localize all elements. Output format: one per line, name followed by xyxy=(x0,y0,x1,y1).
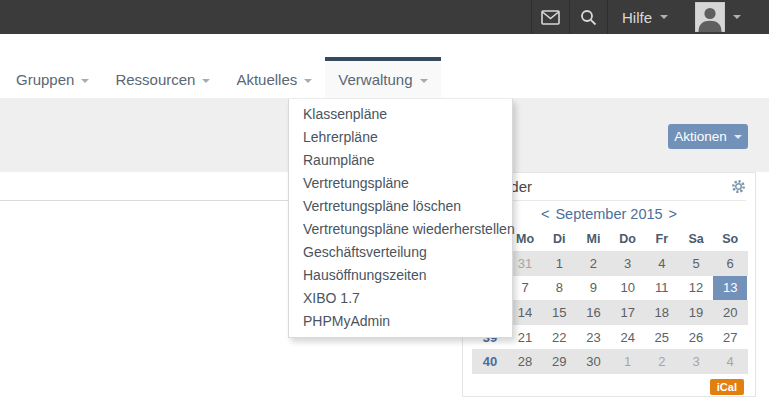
day-cell[interactable]: 30 xyxy=(576,349,610,374)
day-cell[interactable]: 12 xyxy=(679,276,713,301)
menu-item-phpmyadmin[interactable]: PHPMyAdmin xyxy=(289,310,512,333)
chevron-down-icon xyxy=(202,79,210,83)
day-cell[interactable]: 25 xyxy=(645,325,679,350)
help-menu[interactable]: Hilfe xyxy=(607,0,682,34)
calendar-header: Kalender xyxy=(472,173,746,201)
nav-item-ressourcen[interactable]: Ressourcen xyxy=(102,57,223,98)
day-cell[interactable]: 16 xyxy=(576,300,610,325)
user-menu[interactable] xyxy=(682,0,741,34)
day-cell[interactable]: 2 xyxy=(645,349,679,374)
day-cell[interactable]: 17 xyxy=(611,300,645,325)
calendar-week-row: 3814151617181920 xyxy=(472,300,748,325)
menu-item-raumpl-ne[interactable]: Raumpläne xyxy=(289,149,512,172)
day-cell[interactable]: 21 xyxy=(508,325,542,350)
search-button[interactable] xyxy=(569,0,607,34)
mail-button[interactable] xyxy=(531,0,569,34)
nav-item-label: Ressourcen xyxy=(115,71,195,88)
chevron-down-icon xyxy=(734,135,742,139)
day-cell[interactable]: 1 xyxy=(611,349,645,374)
day-cell[interactable]: 4 xyxy=(713,349,747,374)
day-cell[interactable]: 15 xyxy=(542,300,576,325)
day-cell[interactable]: 11 xyxy=(645,276,679,301)
chevron-down-icon xyxy=(81,79,89,83)
day-cell[interactable]: 8 xyxy=(542,276,576,301)
week-number: 40 xyxy=(472,349,508,374)
help-label: Hilfe xyxy=(622,9,652,26)
weekday-label: Do xyxy=(611,227,645,251)
menu-item-vertretungspl-ne-wiederherstellen[interactable]: Vertretungspläne wiederherstellen xyxy=(289,218,512,241)
nav-item-verwaltung[interactable]: Verwaltung xyxy=(325,57,440,98)
day-cell[interactable]: 10 xyxy=(611,276,645,301)
calendar-week-row: 3778910111213 xyxy=(472,276,748,301)
actions-label: Aktionen xyxy=(674,129,727,144)
day-cell[interactable]: 27 xyxy=(713,325,747,350)
day-cell[interactable]: 5 xyxy=(679,251,713,276)
day-cell[interactable]: 3 xyxy=(679,349,713,374)
menu-item-vertretungspl-ne-l-schen[interactable]: Vertretungspläne löschen xyxy=(289,195,512,218)
day-cell[interactable]: 22 xyxy=(542,325,576,350)
day-cell[interactable]: 7 xyxy=(508,276,542,301)
chevron-down-icon xyxy=(733,15,741,19)
day-cell[interactable]: 19 xyxy=(679,300,713,325)
chevron-down-icon xyxy=(660,15,668,19)
weekday-label: Sa xyxy=(679,227,713,251)
day-cell[interactable]: 6 xyxy=(713,251,747,276)
nav-item-label: Gruppen xyxy=(16,71,74,88)
nav-item-aktuelles[interactable]: Aktuelles xyxy=(223,57,325,98)
menu-item-gesch-ftsverteilung[interactable]: Geschäftsverteilung xyxy=(289,241,512,264)
verwaltung-dropdown-menu: KlassenpläneLehrerpläneRaumpläneVertretu… xyxy=(288,99,513,338)
main-nav: GruppenRessourcenAktuellesVerwaltung xyxy=(0,34,769,98)
actions-button[interactable]: Aktionen xyxy=(668,124,748,149)
day-cell-selected[interactable]: 13 xyxy=(713,276,747,301)
day-cell[interactable]: 1 xyxy=(542,251,576,276)
menu-item-lehrerpl-ne[interactable]: Lehrerpläne xyxy=(289,126,512,149)
day-cell[interactable]: 26 xyxy=(679,325,713,350)
calendar-week-row: 3631123456 xyxy=(472,251,748,276)
calendar-week-row: 3921222324252627 xyxy=(472,325,748,350)
day-cell[interactable]: 18 xyxy=(645,300,679,325)
day-cell[interactable]: 14 xyxy=(508,300,542,325)
day-cell[interactable]: 2 xyxy=(576,251,610,276)
chevron-down-icon xyxy=(304,79,312,83)
day-cell[interactable]: 24 xyxy=(611,325,645,350)
weekday-label: So xyxy=(713,227,747,251)
day-cell[interactable]: 4 xyxy=(645,251,679,276)
day-cell[interactable]: 20 xyxy=(713,300,747,325)
day-cell[interactable]: 9 xyxy=(576,276,610,301)
topbar-actions: Hilfe xyxy=(531,0,769,34)
day-cell[interactable]: 3 xyxy=(611,251,645,276)
gear-icon xyxy=(731,179,746,194)
search-icon xyxy=(580,9,597,26)
weekday-label: Fr xyxy=(645,227,679,251)
day-cell[interactable]: 31 xyxy=(508,251,542,276)
nav-item-gruppen[interactable]: Gruppen xyxy=(3,57,102,98)
next-month-button[interactable]: > xyxy=(669,206,677,222)
mail-icon xyxy=(541,10,560,25)
menu-item-xibo-1-7[interactable]: XIBO 1.7 xyxy=(289,287,512,310)
calendar-week-row: 402829301234 xyxy=(472,349,748,374)
month-label: September 2015 xyxy=(555,206,662,222)
nav-items: GruppenRessourcenAktuellesVerwaltung xyxy=(3,57,441,98)
menu-item-klassenpl-ne[interactable]: Klassenpläne xyxy=(289,103,512,126)
settings-button[interactable] xyxy=(731,179,746,194)
menu-item-vertretungspl-ne[interactable]: Vertretungspläne xyxy=(289,172,512,195)
day-cell[interactable]: 23 xyxy=(576,325,610,350)
day-cell[interactable]: 29 xyxy=(542,349,576,374)
calendar-footer: iCal xyxy=(472,374,746,395)
prev-month-button[interactable]: < xyxy=(541,206,549,222)
chevron-down-icon xyxy=(420,79,428,83)
weekday-label: Di xyxy=(542,227,576,251)
calendar-grid: MoDiMiDoFrSaSo36311234563778910111213381… xyxy=(472,227,748,374)
menu-item-haus-ffnungszeiten[interactable]: Hausöffnungszeiten xyxy=(289,264,512,287)
weekday-label: Mi xyxy=(576,227,610,251)
ical-button[interactable]: iCal xyxy=(710,379,744,395)
day-cell[interactable]: 28 xyxy=(508,349,542,374)
nav-item-label: Aktuelles xyxy=(236,71,297,88)
avatar xyxy=(695,2,725,32)
topbar: Hilfe xyxy=(0,0,769,34)
nav-item-label: Verwaltung xyxy=(338,71,412,88)
